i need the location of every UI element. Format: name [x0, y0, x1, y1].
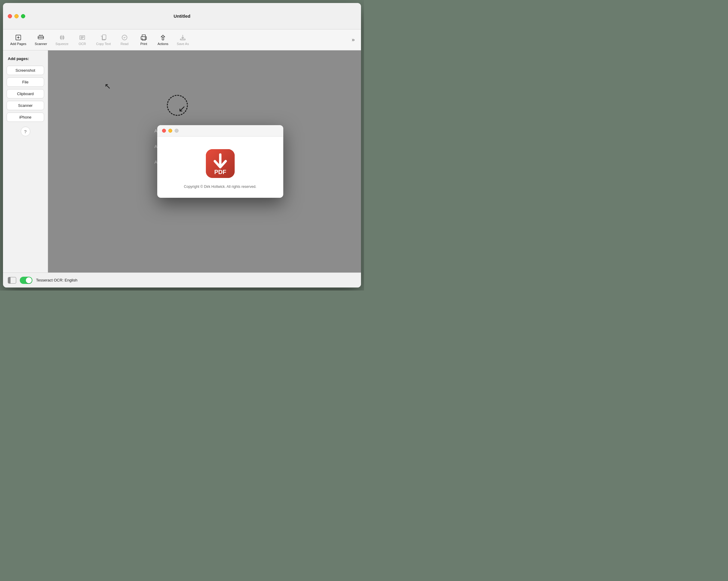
scanner-icon — [37, 34, 44, 41]
ocr-toggle[interactable] — [20, 277, 32, 284]
toolbar-add-pages[interactable]: Add Pages — [7, 32, 30, 47]
window-title: Untitled — [174, 14, 190, 19]
about-dialog: PDF Copyright © Dirk Holtwick. All right… — [157, 125, 283, 198]
dialog-minimize-button[interactable] — [168, 129, 172, 133]
ocr-icon — [79, 34, 85, 41]
read-label: Read — [121, 42, 128, 46]
ocr-toggle-knob — [26, 277, 32, 283]
sidebar-toggle-button[interactable] — [8, 277, 16, 284]
add-pages-label: Add Pages — [10, 42, 26, 46]
sidebar: Add pages: Screenshot File Clipboard Sca… — [3, 50, 48, 272]
main-content: ↖ ↙ Add new pages from screenshots, file… — [48, 50, 361, 272]
toolbar-more-button[interactable]: » — [349, 36, 357, 44]
dialog-title-bar — [157, 125, 283, 136]
maximize-button[interactable] — [21, 14, 25, 18]
sidebar-title: Add pages: — [7, 56, 44, 61]
squeeze-icon — [59, 34, 66, 41]
cursor-arrow-icon: ↖ — [104, 82, 111, 91]
arrow-cursor-icon: ↙ — [178, 103, 186, 114]
sidebar-iphone-button[interactable]: iPhone — [7, 112, 44, 122]
dialog-close-button[interactable] — [162, 129, 166, 133]
toolbar-ocr[interactable]: OCR — [73, 32, 91, 47]
squeeze-label: Squeeze — [55, 42, 69, 46]
toolbar-print[interactable]: Print — [135, 32, 153, 47]
save-as-label: Save As — [177, 42, 189, 46]
sidebar-toggle-inner — [8, 277, 10, 283]
cursor-animation-area: ↙ — [167, 95, 188, 116]
content-area: Add pages: Screenshot File Clipboard Sca… — [3, 50, 361, 272]
toolbar-read[interactable]: Read — [115, 32, 133, 47]
svg-rect-16 — [180, 39, 185, 40]
toolbar-copy-text[interactable]: Copy Text — [93, 32, 114, 47]
svg-point-14 — [145, 37, 146, 38]
svg-rect-15 — [162, 37, 164, 39]
ocr-status-label: Tesseract OCR: English — [36, 278, 77, 282]
print-label: Print — [140, 42, 147, 46]
toolbar-actions[interactable]: Actions — [154, 32, 172, 47]
pdf-app-icon: PDF — [205, 149, 235, 179]
save-as-icon — [179, 34, 186, 41]
copy-text-label: Copy Text — [96, 42, 111, 46]
toolbar-scanner[interactable]: Scanner — [31, 32, 51, 47]
sidebar-scanner-button[interactable]: Scanner — [7, 101, 44, 110]
dialog-body: PDF Copyright © Dirk Holtwick. All right… — [157, 136, 283, 198]
svg-text:PDF: PDF — [214, 169, 226, 175]
close-button[interactable] — [8, 14, 12, 18]
sidebar-help-button[interactable]: ? — [21, 127, 30, 136]
status-bar: Tesseract OCR: English — [3, 272, 361, 288]
dialog-traffic-lights — [162, 129, 179, 133]
traffic-lights — [8, 14, 25, 18]
main-window: Untitled Add Pages — [3, 3, 361, 288]
sidebar-clipboard-button[interactable]: Clipboard — [7, 89, 44, 99]
dialog-copyright: Copyright © Dirk Holtwick. All rights re… — [184, 185, 257, 189]
sidebar-screenshot-button[interactable]: Screenshot — [7, 66, 44, 75]
actions-icon — [160, 34, 166, 41]
toolbar-save-as[interactable]: Save As — [173, 32, 192, 47]
dashed-circle: ↙ — [167, 95, 188, 116]
ocr-label: OCR — [79, 42, 86, 46]
read-icon — [121, 34, 128, 41]
title-bar: Untitled — [3, 3, 361, 29]
scanner-label: Scanner — [35, 42, 47, 46]
print-icon — [140, 34, 147, 41]
toolbar: Add Pages Scanner — [3, 29, 361, 50]
copy-text-icon — [100, 34, 107, 41]
svg-rect-12 — [102, 34, 106, 39]
sidebar-file-button[interactable]: File — [7, 77, 44, 87]
toolbar-squeeze[interactable]: Squeeze — [52, 32, 72, 47]
actions-label: Actions — [158, 42, 168, 46]
add-pages-icon — [15, 34, 22, 41]
minimize-button[interactable] — [15, 14, 19, 18]
dialog-maximize-button[interactable] — [175, 129, 179, 133]
